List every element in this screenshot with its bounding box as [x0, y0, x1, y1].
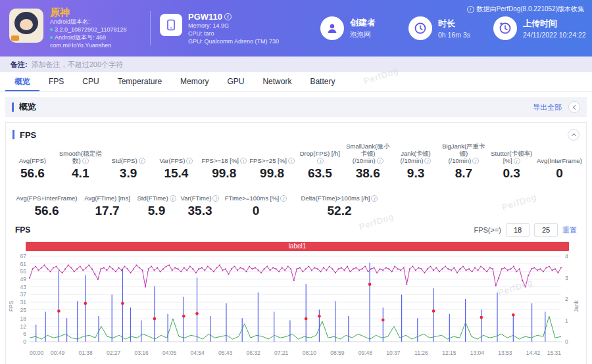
metric-value: 3.9 [105, 166, 153, 181]
fps-chart-svg[interactable]: 06121825313743495561670123400:0000:4901:… [6, 252, 586, 359]
tab-Temperature[interactable]: Temperature [109, 72, 171, 91]
chart-label-bar[interactable]: label1 [26, 242, 569, 251]
metric-value: 17.7 [80, 204, 135, 218]
metric-label: Jank(卡顿)(/10min)i [392, 147, 440, 164]
metric-value: 63.5 [296, 166, 344, 181]
upload-time-label: 上传时间 [523, 18, 586, 28]
svg-text:FPS: FPS [8, 300, 14, 311]
svg-text:03:16: 03:16 [134, 350, 149, 356]
info-icon[interactable]: i [224, 13, 232, 20]
metric-value: 38.6 [344, 166, 392, 181]
info-icon[interactable]: i [472, 158, 479, 164]
fps-threshold-input-2[interactable] [534, 223, 558, 237]
svg-text:12: 12 [20, 323, 27, 330]
fps-chart[interactable]: 06121825313743495561670123400:0000:4901:… [6, 251, 586, 364]
metric-label: FPS>=18 [%]i [200, 147, 248, 164]
app-version-code: Android版本号: 469 [50, 34, 126, 41]
export-all-link[interactable]: 导出全部 [533, 102, 562, 112]
info-icon[interactable]: i [371, 195, 378, 202]
phone-icon [160, 14, 182, 36]
metric-Stutter(卡顿率) [%]: Stutter(卡顿率) [%]i0.3 [487, 147, 535, 181]
metric-Avg(FPS): Avg(FPS)56.6 [9, 147, 57, 181]
info-icon[interactable]: i [240, 158, 247, 164]
app-icon-art [20, 19, 33, 30]
svg-text:49: 49 [20, 276, 27, 283]
perfdog-report-page: 原神 Android版本名: 3.2.0_10872902_11078128 A… [0, 0, 592, 364]
metric-value: 8.7 [439, 166, 487, 181]
tab-概览[interactable]: 概览 [5, 72, 39, 91]
svg-text:37: 37 [20, 291, 27, 298]
device-gpu: GPU: Qualcomm Adreno (TM) 730 [188, 37, 279, 45]
metric-FPS>=25 [%]: FPS>=25 [%]i99.8 [248, 147, 296, 181]
creator-block: 创建者 泡泡网 [320, 16, 399, 40]
fps-metrics-row1: Avg(FPS)56.6Smooth(稳定指数)i4.1Std(FPS)i3.9… [6, 142, 586, 181]
svg-text:3: 3 [565, 275, 568, 281]
fps-threshold-input-1[interactable] [506, 223, 530, 237]
metric-label: Var(FPS)i [152, 147, 200, 164]
svg-text:43: 43 [20, 284, 27, 290]
metric-Avg(FPS+InterFrame): Avg(FPS+InterFrame)56.6 [14, 185, 80, 218]
info-icon[interactable]: i [424, 158, 431, 164]
svg-text:04:05: 04:05 [162, 350, 177, 356]
svg-text:13:04: 13:04 [470, 350, 485, 356]
reset-link[interactable]: 重置 [562, 225, 577, 235]
svg-text:06:32: 06:32 [247, 350, 261, 356]
metric-FTime>=100ms [%]: FTime>=100ms [%]i0 [222, 185, 290, 218]
tab-FPS[interactable]: FPS [39, 72, 73, 91]
tab-GPU[interactable]: GPU [218, 72, 253, 91]
svg-text:10:37: 10:37 [386, 350, 401, 356]
metric-Jank(卡顿): Jank(卡顿)(/10min)i9.3 [392, 147, 440, 181]
svg-text:0: 0 [23, 338, 26, 345]
chevron-left-icon [572, 104, 577, 109]
info-icon[interactable]: i [186, 158, 193, 164]
svg-text:6: 6 [23, 330, 26, 337]
svg-text:12:15: 12:15 [442, 350, 456, 356]
tab-bar: 概览FPSCPUTemperatureMemoryGPUNetworkBatte… [0, 72, 592, 92]
metric-value: 56.6 [14, 204, 80, 218]
svg-text:04:54: 04:54 [191, 350, 205, 356]
metric-label: Delta(FTime)>100ms [/h]i [290, 185, 389, 202]
metric-Drop(FPS) [/h]: Drop(FPS) [/h]i63.5 [296, 147, 344, 181]
tab-Battery[interactable]: Battery [301, 72, 344, 91]
note-placeholder: 添加备注，不超过200个字符 [32, 60, 123, 70]
metric-label: Stutter(卡顿率) [%]i [487, 147, 535, 164]
app-info-block: 原神 Android版本名: 3.2.0_10872902_11078128 A… [9, 7, 141, 49]
info-icon[interactable]: i [82, 158, 89, 164]
collapse-up-button[interactable] [568, 129, 580, 141]
info-icon[interactable]: i [212, 195, 219, 202]
info-icon[interactable]: i [288, 158, 295, 164]
info-icon[interactable]: i [170, 195, 176, 202]
metric-value: 5.9 [135, 204, 178, 218]
chevron-up-icon [571, 133, 576, 137]
collapse-left-button[interactable] [568, 101, 580, 113]
metric-Std(FTime): Std(FTime)i5.9 [135, 185, 178, 218]
section-accent [12, 102, 14, 112]
chart-controls: FPS FPS(>=) 重置 [6, 218, 586, 237]
fps-metrics-row2: Avg(FPS+InterFrame)56.6Avg(FTime) [ms]17… [6, 181, 586, 218]
metric-Delta(FTime)>100ms [/h]: Delta(FTime)>100ms [/h]i52.2 [290, 185, 389, 218]
collect-info: i 数据由PerfDog(8.0.221052)版本收集 [467, 5, 584, 14]
info-icon[interactable]: i [514, 158, 520, 164]
metric-label: Std(FTime)i [135, 185, 178, 202]
app-version-name-label: Android版本名: [50, 18, 126, 26]
metric-Avg(FTime) [ms]: Avg(FTime) [ms]17.7 [80, 185, 135, 218]
duration-value: 0h 16m 3s [438, 31, 470, 39]
info-icon[interactable]: i [139, 158, 145, 164]
metric-label: Avg(FTime) [ms] [80, 185, 135, 202]
info-icon[interactable]: i [377, 158, 383, 164]
app-icon [9, 9, 43, 43]
tab-Memory[interactable]: Memory [171, 72, 218, 91]
svg-text:02:27: 02:27 [107, 350, 121, 356]
info-icon[interactable]: i [280, 195, 287, 202]
svg-text:61: 61 [20, 261, 27, 267]
svg-text:13:53: 13:53 [498, 350, 512, 356]
info-icon[interactable]: i [317, 158, 324, 164]
metric-label: Avg(FPS) [9, 147, 57, 164]
metric-label: FPS>=25 [%]i [248, 147, 296, 164]
metric-Var(FPS): Var(FPS)i15.4 [152, 147, 200, 181]
overview-title: 概览 [19, 101, 36, 113]
metric-value: 9.3 [392, 166, 440, 181]
note-bar[interactable]: 备注: 添加备注，不超过200个字符 [0, 57, 592, 72]
tab-CPU[interactable]: CPU [73, 72, 108, 91]
tab-Network[interactable]: Network [253, 72, 301, 91]
